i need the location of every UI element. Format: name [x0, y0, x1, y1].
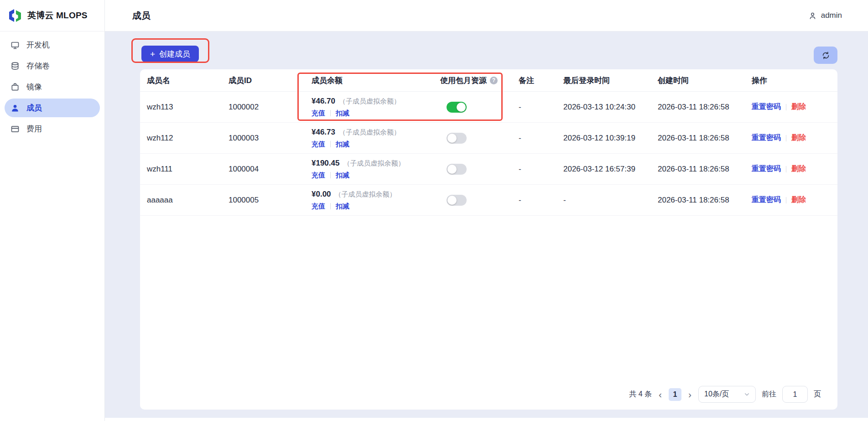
topbar: 成员 admin — [105, 0, 868, 31]
user-icon — [808, 11, 817, 20]
balance-cell: ¥0.00 （子成员虚拟余额） 充值 扣减 — [312, 190, 440, 211]
member-id: 1000003 — [229, 134, 312, 143]
devmachine-icon — [10, 41, 20, 50]
sidebar-item-image[interactable]: 镜像 — [5, 78, 100, 96]
sidebar-item-label: 镜像 — [26, 82, 42, 92]
sidebar-item-devmachine[interactable]: 开发机 — [5, 36, 100, 54]
reset-password-link[interactable]: 重置密码 — [752, 133, 781, 143]
column-header-id: 成员ID — [229, 75, 312, 86]
reset-password-link[interactable]: 重置密码 — [752, 102, 781, 112]
reset-password-link[interactable]: 重置密码 — [752, 195, 781, 205]
created-time: 2026-03-11 18:26:58 — [658, 103, 752, 112]
balance-note: （子成员虚拟余额） — [343, 159, 405, 168]
balance-cell: ¥46.73 （子成员虚拟余额） 充值 扣减 — [312, 128, 440, 149]
page-title: 成员 — [132, 10, 151, 22]
last-login-time: 2026-03-12 10:39:19 — [563, 134, 658, 143]
member-icon — [10, 104, 20, 113]
reset-password-link[interactable]: 重置密码 — [752, 164, 781, 174]
member-name: wzh111 — [147, 165, 229, 174]
recharge-link[interactable]: 充值 — [312, 140, 325, 149]
storage-icon — [10, 62, 20, 71]
column-header-balance: 成员余额 — [312, 75, 440, 86]
balance-cell: ¥190.45 （子成员虚拟余额） 充值 扣减 — [312, 159, 440, 180]
sidebar-item-storage[interactable]: 存储卷 — [5, 57, 100, 75]
delete-link[interactable]: 删除 — [791, 102, 806, 112]
member-id: 1000002 — [229, 103, 312, 112]
monthly-toggle[interactable] — [447, 133, 467, 144]
divider — [330, 141, 331, 147]
column-header-operations: 操作 — [752, 75, 837, 86]
pagination: 共 4 条 ‹ 1 › 10条/页 前往 页 — [629, 386, 821, 403]
created-time: 2026-03-11 18:26:58 — [658, 134, 752, 143]
main-area: 成员 admin + 创建成员 成员 — [105, 0, 868, 421]
divider — [330, 203, 331, 209]
sidebar-item-label: 费用 — [26, 124, 42, 134]
balance-amount: ¥0.00 — [312, 190, 331, 199]
prev-page-button[interactable]: ‹ — [658, 390, 663, 399]
sidebar-item-billing[interactable]: 费用 — [5, 120, 100, 138]
deduct-link[interactable]: 扣减 — [336, 109, 349, 118]
table-row: wzh111 1000004 ¥190.45 （子成员虚拟余额） 充值 扣减 — [140, 154, 837, 185]
deduct-link[interactable]: 扣减 — [336, 171, 349, 180]
user-name: admin — [821, 11, 842, 20]
balance-amount: ¥46.70 — [312, 97, 335, 106]
refresh-button[interactable] — [814, 47, 837, 64]
remark: - — [519, 103, 563, 112]
current-page-button[interactable]: 1 — [669, 388, 681, 401]
sidebar-item-label: 开发机 — [26, 40, 50, 50]
column-header-monthly: 使用包月资源 ? — [440, 75, 519, 86]
sidebar: 英博云 MLOPS 开发机 存储卷 镜像 — [0, 0, 105, 421]
divider — [786, 166, 786, 172]
monthly-toggle[interactable] — [447, 195, 467, 206]
member-name: aaaaaa — [147, 196, 229, 205]
operations-cell: 重置密码 删除 — [752, 102, 837, 112]
plus-icon: + — [150, 50, 155, 58]
recharge-link[interactable]: 充值 — [312, 171, 325, 180]
divider — [330, 172, 331, 178]
recharge-link[interactable]: 充值 — [312, 109, 325, 118]
balance-note: （子成员虚拟余额） — [339, 128, 400, 137]
remark: - — [519, 134, 563, 143]
column-header-remark: 备注 — [519, 75, 563, 86]
goto-label: 前往 — [762, 390, 776, 399]
deduct-link[interactable]: 扣减 — [336, 140, 349, 149]
divider — [786, 104, 786, 110]
create-member-button[interactable]: + 创建成员 — [141, 46, 199, 62]
delete-link[interactable]: 删除 — [791, 195, 806, 205]
balance-amount: ¥46.73 — [312, 128, 335, 137]
recharge-link[interactable]: 充值 — [312, 202, 325, 211]
remark: - — [519, 165, 563, 174]
delete-link[interactable]: 删除 — [791, 164, 806, 174]
user-menu[interactable]: admin — [808, 11, 842, 20]
page-unit-label: 页 — [814, 390, 821, 399]
monthly-cell — [440, 133, 519, 144]
page-size-value: 10条/页 — [704, 390, 729, 399]
brand-logo-icon — [8, 8, 22, 23]
remark: - — [519, 196, 563, 205]
billing-icon — [10, 125, 20, 134]
delete-link[interactable]: 删除 — [791, 133, 806, 143]
deduct-link[interactable]: 扣减 — [336, 202, 349, 211]
chevron-down-icon — [744, 391, 750, 397]
member-name: wzh113 — [147, 103, 229, 112]
sidebar-item-label: 成员 — [26, 103, 42, 113]
last-login-time: 2026-03-13 10:24:30 — [563, 103, 658, 112]
table-row: wzh112 1000003 ¥46.73 （子成员虚拟余额） 充值 扣减 — [140, 123, 837, 154]
monthly-cell — [440, 195, 519, 206]
sidebar-item-label: 存储卷 — [26, 61, 50, 71]
page-size-select[interactable]: 10条/页 — [698, 386, 756, 403]
goto-page-input[interactable] — [782, 386, 808, 403]
column-header-name: 成员名 — [147, 75, 229, 86]
sidebar-item-members[interactable]: 成员 — [5, 99, 100, 117]
column-header-monthly-label: 使用包月资源 — [440, 75, 487, 86]
monthly-toggle[interactable] — [447, 164, 467, 175]
next-page-button[interactable]: › — [687, 390, 692, 399]
monthly-toggle[interactable] — [447, 102, 467, 113]
help-icon[interactable]: ? — [490, 77, 498, 84]
table-header-row: 成员名 成员ID 成员余额 使用包月资源 ? 备注 最后登录时间 创建时间 操作 — [140, 69, 837, 92]
app-window: 英博云 MLOPS 开发机 存储卷 镜像 — [0, 0, 868, 421]
bottom-strip — [105, 418, 868, 421]
table-row: wzh113 1000002 ¥46.70 （子成员虚拟余额） 充值 扣减 — [140, 92, 837, 123]
member-id: 1000004 — [229, 165, 312, 174]
monthly-cell — [440, 102, 519, 113]
